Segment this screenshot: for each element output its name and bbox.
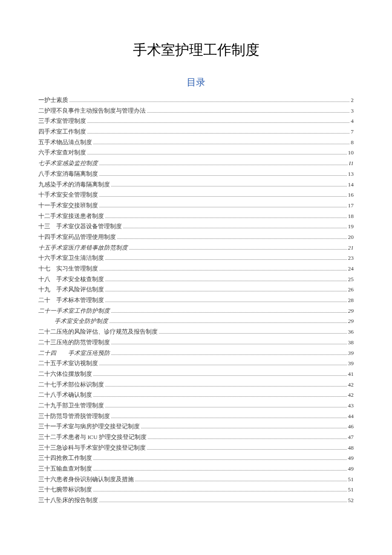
toc-entry-label: 三十五输血查对制度 xyxy=(38,466,92,472)
toc-entry-label: 八手术室消毒隔离制度 xyxy=(38,171,98,177)
toc-entry[interactable]: 十六手术室卫生清洁制度23 xyxy=(38,255,354,261)
toc-entry[interactable]: 十手术室安全管理制度16 xyxy=(38,192,354,198)
toc-leader-dots xyxy=(148,439,347,439)
toc-entry[interactable]: 六手术室查对制度10 xyxy=(38,150,354,156)
toc-leader-dots xyxy=(87,154,347,154)
toc-entry-page: I1 xyxy=(349,160,354,166)
toc-entry-label: 二十 手术标本管理制度 xyxy=(38,297,104,303)
toc-entry[interactable]: 二十三压疮的防范管理制度38 xyxy=(38,340,354,346)
toc-entry-label: 十七 实习生管理制度 xyxy=(38,266,98,272)
toc-entry-label: 三十六患者身份识别确认制度及措施 xyxy=(38,477,134,482)
toc-entry[interactable]: 二十八手术确认制度42 xyxy=(38,392,354,398)
toc-entry-page: 52 xyxy=(348,497,354,503)
toc-leader-dots xyxy=(111,355,347,355)
toc-entry[interactable]: 三十五输血查对制度49 xyxy=(38,466,354,472)
toc-entry[interactable]: 三十二手术患者与 ICU 护理交接登记制度47 xyxy=(38,434,354,440)
toc-entry[interactable]: 十七 实习生管理制度24 xyxy=(38,266,354,272)
toc-leader-dots xyxy=(99,365,347,365)
toc-heading: 目录 xyxy=(38,76,354,89)
toc-entry-label: 二十九手部卫生管理制度 xyxy=(38,403,104,409)
toc-entry-page: 41 xyxy=(348,371,354,377)
toc-entry[interactable]: 三十三急诊科与手术室护理交接登记制度48 xyxy=(38,445,354,451)
toc-entry-page: 17 xyxy=(348,203,354,209)
toc-entry[interactable]: 三十七腕带标识制度51 xyxy=(38,487,354,493)
toc-entry[interactable]: 二十四 手术室压疮预防39 xyxy=(38,350,354,356)
document-page: 手术室护理工作制度 目录 一护士素质2二护理不良事件主动报告制度与管理办法3三手… xyxy=(0,0,392,534)
toc-entry-label: 一护士素质 xyxy=(38,97,68,103)
toc-leader-dots xyxy=(99,270,347,270)
toc-leader-dots xyxy=(93,459,347,460)
toc-entry-label: 三十二手术患者与 ICU 护理交接登记制度 xyxy=(38,434,147,440)
toc-entry-page: 25 xyxy=(348,276,354,282)
toc-entry-page: 14 xyxy=(348,182,354,188)
toc-entry[interactable]: 二十二压疮的风险评估、诊疗规范及报告制度36 xyxy=(38,329,354,335)
toc-leader-dots xyxy=(135,481,347,481)
toc-entry[interactable]: 二十五手术室访视制度39 xyxy=(38,360,354,366)
toc-leader-dots xyxy=(111,186,347,186)
toc-entry[interactable]: 三十六患者身份识别确认制度及措施51 xyxy=(38,477,354,482)
toc-entry[interactable]: 四手术室工作制度7 xyxy=(38,129,354,135)
toc-leader-dots xyxy=(111,418,347,418)
toc-entry-page: 4 xyxy=(351,118,354,124)
toc-entry[interactable]: 二护理不良事件主动报告制度与管理办法3 xyxy=(38,108,354,114)
toc-entry[interactable]: 十三 手术室仪器设备管理制度19 xyxy=(38,224,354,230)
toc-entry-label: 手术室安全防护制度 xyxy=(55,318,108,324)
toc-entry-page: 7 xyxy=(351,129,354,135)
toc-entry-page: 51 xyxy=(348,477,354,482)
toc-entry[interactable]: 五手术物品清点制度8 xyxy=(38,139,354,145)
toc-leader-dots xyxy=(105,259,347,260)
toc-entry-label: 二十八手术确认制度 xyxy=(38,392,92,398)
toc-entry[interactable]: 二十七手术部位标识制度42 xyxy=(38,382,354,388)
toc-entry[interactable]: 二十一手术室工作防护制度29 xyxy=(38,308,354,314)
toc-leader-dots xyxy=(111,344,347,344)
toc-entry[interactable]: 十九 手术风险评估制度26 xyxy=(38,287,354,293)
toc-entry[interactable]: 九感染手术的消毒隔离制度14 xyxy=(38,182,354,188)
toc-leader-dots xyxy=(99,175,347,176)
toc-entry-page: 29 xyxy=(348,308,354,314)
toc-entry-label: 三十八坠床的报告制度 xyxy=(38,497,98,503)
toc-leader-dots xyxy=(105,291,347,291)
toc-entry-label: 十一手术室交接班制度 xyxy=(38,203,98,209)
toc-entry-page: 24 xyxy=(348,266,354,272)
toc-leader-dots xyxy=(93,144,349,144)
toc-leader-dots xyxy=(141,428,347,428)
toc-entry[interactable]: 三手术室管理制度4 xyxy=(38,118,354,124)
toc-entry[interactable]: 十四手术室药品管理使用制度20 xyxy=(38,234,354,240)
toc-entry-page: 2 xyxy=(351,97,354,103)
toc-leader-dots xyxy=(99,196,347,197)
toc-entry[interactable]: 十八 手术安全核查制度25 xyxy=(38,276,354,282)
toc-leader-dots xyxy=(123,228,347,228)
toc-entry-page: 19 xyxy=(348,224,354,230)
toc-entry-page: 47 xyxy=(348,434,354,440)
toc-entry[interactable]: 三十一手术室与病房护理交接登记制度46 xyxy=(38,424,354,430)
toc-entry-page: 42 xyxy=(348,392,354,398)
toc-entry[interactable]: 十一手术室交接班制度17 xyxy=(38,203,354,209)
toc-entry-label: 四手术室工作制度 xyxy=(38,129,86,135)
toc-entry-label: 六手术室查对制度 xyxy=(38,150,86,156)
toc-entry-page: 29 xyxy=(348,318,354,324)
toc-entry-label: 十手术室安全管理制度 xyxy=(38,192,98,198)
toc-entry-label: 二十一手术室工作防护制度 xyxy=(38,308,110,314)
toc-entry[interactable]: 二十六体位摆放制度41 xyxy=(38,371,354,377)
toc-entry-label: 十三 手术室仪器设备管理制度 xyxy=(38,224,122,230)
toc-leader-dots xyxy=(111,312,347,313)
toc-entry[interactable]: 手术室安全防护制度29 xyxy=(38,318,354,324)
toc-entry[interactable]: 三十防范导管滑脱管理制度44 xyxy=(38,413,354,419)
toc-leader-dots xyxy=(105,281,347,281)
toc-entry[interactable]: 一护士素质2 xyxy=(38,97,354,103)
toc-entry-page: 3 xyxy=(351,108,354,114)
toc-entry[interactable]: 二十九手部卫生管理制度43 xyxy=(38,403,354,409)
toc-entry-label: 三手术室管理制度 xyxy=(38,118,86,124)
toc-entry[interactable]: 八手术室消毒隔离制度13 xyxy=(38,171,354,177)
toc-entry-label: 二十二压疮的风险评估、诊疗规范及报告制度 xyxy=(38,329,158,335)
toc-entry[interactable]: 二十 手术标本管理制度28 xyxy=(38,297,354,303)
toc-entry-label: 三十四抢救工作制度 xyxy=(38,455,92,461)
toc-entry-page: 23 xyxy=(348,255,354,261)
toc-entry[interactable]: 十五手术室医疗差错事故防范制度21 xyxy=(38,245,354,251)
toc-leader-dots xyxy=(93,491,347,491)
toc-entry[interactable]: 三十四抢救工作制度49 xyxy=(38,455,354,461)
toc-entry[interactable]: 十二手术室接送患者制度18 xyxy=(38,213,354,219)
toc-entry[interactable]: 三十八坠床的报告制度52 xyxy=(38,497,354,503)
toc-entry-label: 二十六体位摆放制度 xyxy=(38,371,92,377)
toc-entry[interactable]: 七手术室感染监控制度I1 xyxy=(38,160,354,166)
